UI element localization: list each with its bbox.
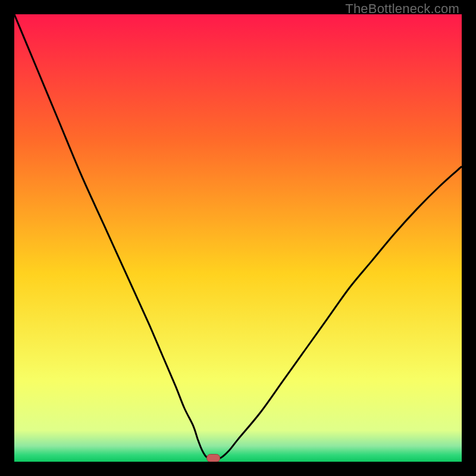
bottleneck-chart: [14, 14, 462, 462]
chart-frame: [14, 14, 462, 462]
gradient-background: [14, 14, 462, 462]
optimal-point-marker: [207, 454, 220, 462]
watermark-text: TheBottleneck.com: [345, 1, 459, 17]
